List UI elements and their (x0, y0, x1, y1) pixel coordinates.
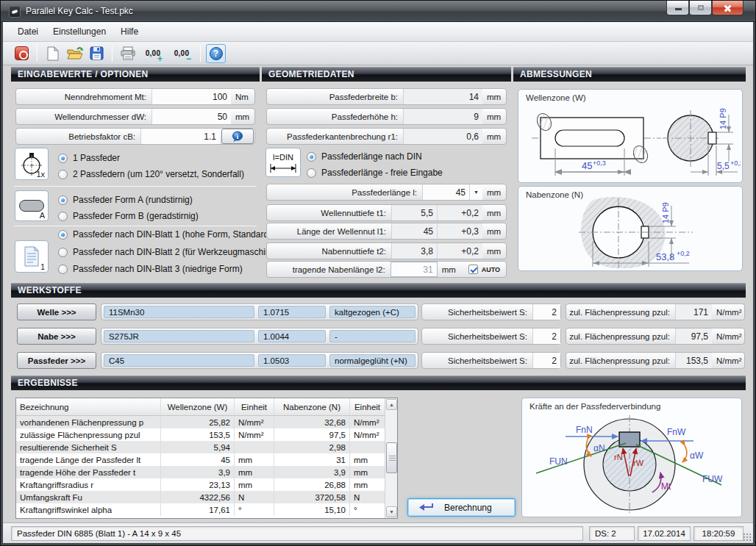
field-label: Nabennuttiefe t2: (267, 247, 391, 256)
material-name: S275JR (104, 330, 254, 342)
nenndrehmoment-input[interactable]: 100 (151, 89, 231, 104)
svg-text:FnW: FnW (667, 427, 686, 437)
minimize-button[interactable] (666, 1, 689, 15)
radio-icon (58, 248, 68, 257)
svg-text:FnN: FnN (576, 425, 593, 435)
wellennuttiefe-value: 5,5 (391, 205, 437, 220)
svg-text:αN: αN (593, 443, 605, 453)
panel-title-ergebnisse: ERGEBNISSE (11, 376, 746, 390)
radio-icon (58, 230, 68, 240)
field-label: Wellennuttiefe t1: (267, 209, 391, 218)
radio-din-blatt-1[interactable]: Passfeder nach DIN-Blatt 1 (hohe Form, S… (58, 229, 271, 240)
passfeder-material-button[interactable]: Passfeder >>> (17, 352, 96, 369)
radio-din-blatt-3[interactable]: Passfeder nach DIN-Blatt 3 (niedrige For… (58, 264, 243, 274)
plus-icon: + (157, 55, 163, 62)
nabe-sicherheit-input[interactable]: 2 (532, 328, 560, 344)
table-row: zulässige Flächenpressung pzul153,5N/mm²… (16, 428, 397, 441)
menu-datei[interactable]: Datei (10, 24, 46, 40)
exit-button[interactable] (12, 44, 32, 63)
scroll-thumb[interactable] (386, 442, 397, 473)
svg-text:rW: rW (633, 459, 644, 467)
material-treatment: - (329, 330, 416, 342)
decimals-increase-button[interactable]: 0,00 + (140, 44, 166, 63)
welle-sicherheit-input[interactable]: 2 (532, 304, 560, 320)
table-row: Umfangskraft Fu4322,56N3720,58N (16, 491, 397, 503)
column-header: Wellenzone (W) (161, 398, 235, 415)
nabennuttiefe-value: 3,8 (391, 243, 437, 259)
title-bar[interactable]: Parallel Key Calc - Test.pkc (1, 1, 755, 22)
menu-hilfe[interactable]: Hilfe (113, 24, 146, 40)
radio-laenge-din[interactable]: Passfederlänge nach DIN (307, 151, 422, 162)
scroll-down-icon[interactable]: ▼ (386, 506, 397, 517)
passfeder-pzul-value: 153,5 (675, 353, 712, 368)
field-label: Sicherheitsbeiwert S: (422, 308, 532, 317)
material-number: 1.0715 (258, 306, 326, 318)
svg-text:rN: rN (614, 453, 623, 461)
radio-form-b[interactable]: Passfeder Form B (geradstirnig) (58, 211, 199, 221)
enter-arrow-icon (418, 503, 434, 512)
material-name: 11SMn30 (104, 306, 254, 318)
auto-checkbox[interactable] (468, 265, 478, 274)
length-din-icon: l=DIN (268, 151, 299, 174)
svg-text:l=DIN: l=DIN (273, 153, 293, 162)
field-betriebsfaktor: Betriebsfaktor cB: 1.1 i (15, 128, 255, 145)
panel-title-werkstoffe: WERKSTOFFE (11, 283, 746, 298)
table-scrollbar[interactable]: ▲ ▼ (385, 398, 397, 518)
print-button[interactable] (118, 44, 138, 63)
radio-label: 2 Passfedern (um 120° versetzt, Sonderfa… (73, 169, 244, 179)
radio-icon (58, 170, 68, 179)
field-kantenbrechung: Passfederkantenbrechung r1: 0,6 mm (266, 128, 507, 145)
radio-laenge-frei[interactable]: Passfederlänge - freie Eingabe (307, 168, 443, 178)
passfeder-pzul-row: zul. Flächenpressung pzul: 153,5 N/mm² (566, 352, 745, 369)
maximize-icon (698, 5, 704, 10)
kraefte-diagram: FnN FnW FUN FUW αN αW rN rW Mt (523, 413, 742, 517)
radio-label: Passfeder nach DIN-Blatt 1 (hohe Form, S… (73, 229, 271, 240)
radio-1-passfeder[interactable]: 1 Passfeder (58, 153, 120, 163)
icon-tag: 1 (40, 262, 45, 271)
field-wellendurchmesser: Wellendurchmesser dW: 50 mm (15, 108, 255, 125)
field-label: Sicherheitsbeiwert S: (422, 332, 532, 341)
column-header: Bezeichnung (16, 398, 161, 415)
radio-form-a[interactable]: Passfeder Form A (rundstirnig) (58, 195, 193, 205)
save-file-button[interactable] (87, 44, 107, 63)
radio-din-blatt-2[interactable]: Passfeder nach DIN-Blatt 2 (für Werkzeug… (58, 247, 283, 257)
menu-einstellungen[interactable]: Einstellungen (46, 24, 113, 40)
berechnung-button[interactable]: Berechnung (407, 498, 516, 517)
radio-icon (307, 152, 316, 162)
radio-2-passfedern[interactable]: 2 Passfedern (um 120° versetzt, Sonderfa… (58, 169, 244, 179)
field-wellennuttiefe: Wellennuttiefe t1: 5,5 +0,2 mm (266, 204, 507, 221)
field-label: Länge der Wellennut l1: (267, 227, 391, 236)
passfederlaenge-combobox[interactable]: 45 (422, 184, 469, 200)
nabenlaenge-input[interactable]: 31 (391, 262, 438, 277)
resize-grip[interactable] (743, 534, 751, 541)
passfeder-sicherheit-row: Sicherheitsbeiwert S: 2 (421, 352, 561, 369)
field-nabennuttiefe: Nabennuttiefe t2: 3,8 +0,2 mm (266, 243, 507, 259)
field-label: zul. Flächenpressung pzul: (566, 332, 675, 341)
field-nenndrehmoment: Nenndrehmoment Mt: 100 Nm (15, 88, 255, 105)
scroll-up-icon[interactable]: ▲ (386, 399, 397, 410)
nabe-material-button[interactable]: Nabe >>> (17, 328, 96, 345)
berechnung-label: Berechnung (444, 503, 492, 513)
open-file-button[interactable] (65, 44, 85, 63)
passfeder-material-fields: C45 1.0503 normalgeglüht (+N) (101, 352, 418, 369)
maximize-button[interactable] (689, 1, 712, 15)
kraefte-diagram-box: Kräfte an der Passfederverbindung FnN Fn… (521, 398, 742, 517)
field-label: tragende Nabenlänge l2: (267, 265, 391, 274)
decimals-decrease-button[interactable]: 0,00 − (168, 44, 195, 63)
passfeder-sicherheit-input[interactable]: 2 (532, 353, 560, 368)
toolbar-separator (37, 46, 38, 62)
divider (14, 226, 257, 226)
field-passfederlaenge: Passfederlänge l: 45 ▼ mm (266, 184, 507, 201)
status-ds: DS: 2 (589, 526, 635, 541)
status-date: 17.02.2014 (638, 526, 691, 541)
wellendurchmesser-input[interactable]: 50 (151, 109, 231, 124)
welle-material-button[interactable]: Welle >>> (17, 303, 96, 320)
new-file-button[interactable] (43, 44, 63, 63)
nabe-pzul-row: zul. Flächenpressung pzul: 97,5 N/mm² (566, 328, 745, 345)
betriebsfaktor-info-button[interactable]: i (221, 129, 254, 144)
chevron-down-icon[interactable]: ▼ (469, 184, 482, 200)
close-button[interactable] (712, 1, 743, 15)
help-button[interactable]: ? (206, 44, 226, 63)
laenge-mode-icon-box: l=DIN (265, 148, 301, 177)
betriebsfaktor-input[interactable]: 1.1 (140, 129, 220, 144)
